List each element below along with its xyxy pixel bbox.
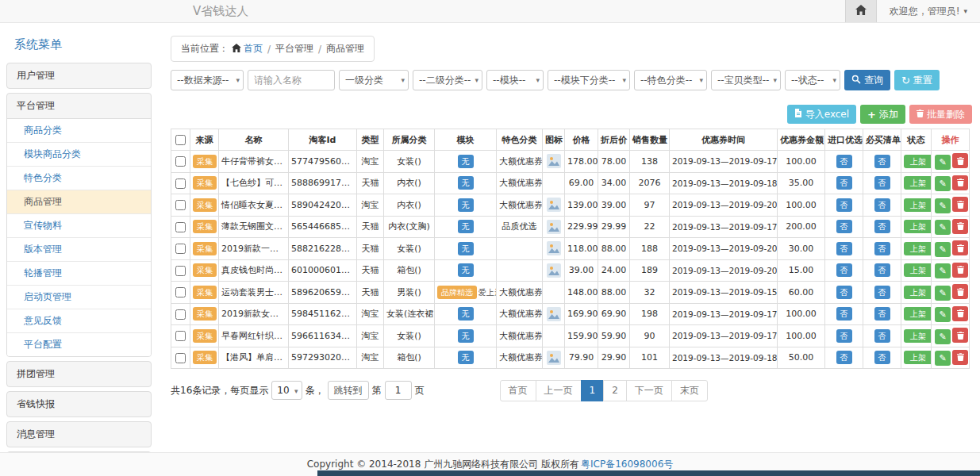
sidebar-item-1[interactable]: 平台管理: [7, 94, 151, 118]
pagination-last[interactable]: 末页: [671, 380, 708, 401]
edit-button[interactable]: ✎: [935, 329, 951, 344]
delete-button[interactable]: [952, 219, 968, 234]
edit-button[interactable]: ✎: [935, 351, 951, 366]
edit-button[interactable]: ✎: [935, 176, 951, 191]
filter-select-feature-category[interactable]: --特色分类--▾: [634, 70, 707, 90]
must-buy-badge[interactable]: 否: [874, 351, 890, 364]
row-checkbox[interactable]: [175, 200, 186, 210]
filter-select-level1-category[interactable]: 一级分类▾: [339, 70, 409, 90]
sidebar-item-0[interactable]: 用户管理: [7, 63, 151, 88]
edit-button[interactable]: ✎: [935, 242, 951, 257]
filter-select-module[interactable]: --模块--▾: [486, 70, 544, 90]
edit-button[interactable]: ✎: [935, 220, 951, 235]
row-checkbox[interactable]: [175, 331, 186, 341]
row-checkbox[interactable]: [175, 178, 186, 189]
sidebar-subitem[interactable]: 意见反馈: [7, 309, 151, 333]
pagination-next[interactable]: 下一页: [626, 380, 672, 401]
import-select-badge[interactable]: 否: [836, 351, 852, 364]
sidebar-subitem[interactable]: 商品管理: [7, 190, 151, 214]
import-select-badge[interactable]: 否: [836, 307, 852, 321]
filter-select-item-type[interactable]: --宝贝类型--▾: [711, 70, 781, 90]
filter-select-data-source[interactable]: --数据来源--▾: [171, 70, 244, 90]
status-badge[interactable]: 上架: [904, 263, 932, 277]
status-badge[interactable]: 上架: [904, 220, 932, 233]
must-buy-badge[interactable]: 否: [874, 329, 890, 343]
import-select-badge[interactable]: 否: [836, 155, 852, 168]
must-buy-badge[interactable]: 否: [874, 242, 890, 255]
delete-button[interactable]: [952, 197, 968, 212]
delete-button[interactable]: [952, 350, 968, 365]
sidebar-subitem[interactable]: 轮播管理: [7, 262, 151, 286]
status-badge[interactable]: 上架: [904, 176, 932, 190]
jump-page-input[interactable]: [385, 381, 412, 400]
status-badge[interactable]: 上架: [904, 242, 932, 255]
add-button[interactable]: + 添加: [860, 105, 905, 124]
must-buy-badge[interactable]: 否: [874, 155, 890, 168]
sidebar-subitem[interactable]: 模块商品分类: [7, 143, 151, 167]
edit-button[interactable]: ✎: [935, 286, 951, 301]
edit-button[interactable]: ✎: [935, 155, 951, 170]
filter-select-module-subcategory[interactable]: --模块下分类--▾: [548, 70, 630, 90]
must-buy-badge[interactable]: 否: [874, 198, 890, 212]
edit-button[interactable]: ✎: [935, 198, 951, 213]
delete-button[interactable]: [952, 306, 968, 321]
delete-button[interactable]: [952, 240, 968, 255]
status-badge[interactable]: 上架: [904, 286, 932, 299]
pagination-prev[interactable]: 上一页: [536, 380, 582, 401]
row-checkbox[interactable]: [175, 156, 186, 167]
home-button[interactable]: [845, 0, 877, 22]
icp-link[interactable]: 粤ICP备16098006号: [581, 458, 673, 471]
reset-button[interactable]: ↻ 重置: [894, 70, 940, 90]
delete-button[interactable]: [952, 175, 968, 190]
status-badge[interactable]: 上架: [904, 155, 932, 168]
sidebar-item-4[interactable]: 消息管理: [7, 422, 151, 447]
sidebar-subitem[interactable]: 商品分类: [7, 119, 151, 143]
status-badge[interactable]: 上架: [904, 329, 932, 343]
row-checkbox[interactable]: [175, 266, 186, 276]
status-badge[interactable]: 上架: [904, 198, 932, 212]
row-checkbox[interactable]: [175, 222, 186, 232]
select-all-checkbox[interactable]: [175, 135, 186, 145]
status-badge[interactable]: 上架: [904, 351, 932, 364]
must-buy-badge[interactable]: 否: [874, 263, 890, 277]
must-buy-badge[interactable]: 否: [874, 176, 890, 190]
sidebar-subitem[interactable]: 特色分类: [7, 167, 151, 190]
import-select-badge[interactable]: 否: [836, 242, 852, 255]
page-size-select[interactable]: 10▾: [271, 381, 302, 400]
must-buy-badge[interactable]: 否: [874, 220, 890, 233]
edit-button[interactable]: ✎: [935, 263, 951, 278]
user-menu[interactable]: 欢迎您，管理员! ▾: [877, 0, 980, 22]
status-badge[interactable]: 上架: [904, 307, 932, 321]
breadcrumb-home-link[interactable]: 首页: [232, 42, 263, 56]
row-checkbox[interactable]: [175, 309, 186, 320]
delete-button[interactable]: [952, 328, 968, 343]
row-checkbox[interactable]: [175, 287, 186, 298]
edit-button[interactable]: ✎: [935, 307, 951, 322]
sidebar-subitem[interactable]: 启动页管理: [7, 286, 151, 309]
pagination-page-2[interactable]: 2: [603, 380, 627, 401]
sidebar-item-2[interactable]: 拼团管理: [7, 362, 151, 386]
batch-delete-button[interactable]: 批量删除: [909, 105, 972, 124]
sidebar-item-3[interactable]: 省钱快报: [7, 392, 151, 416]
row-checkbox[interactable]: [175, 353, 186, 363]
sidebar-subitem[interactable]: 平台配置: [7, 333, 151, 356]
must-buy-badge[interactable]: 否: [874, 307, 890, 321]
pagination-first[interactable]: 首页: [500, 380, 536, 401]
import-select-badge[interactable]: 否: [836, 198, 852, 212]
filter-select-level2-category[interactable]: --二级分类--▾: [413, 70, 482, 90]
delete-button[interactable]: [952, 263, 968, 278]
import-select-badge[interactable]: 否: [836, 220, 852, 233]
sidebar-subitem[interactable]: 版本管理: [7, 238, 151, 262]
import-excel-button[interactable]: 导入excel: [787, 105, 856, 124]
import-select-badge[interactable]: 否: [836, 329, 852, 343]
delete-button[interactable]: [952, 284, 968, 299]
must-buy-badge[interactable]: 否: [874, 286, 890, 299]
import-select-badge[interactable]: 否: [836, 286, 852, 299]
import-select-badge[interactable]: 否: [836, 263, 852, 277]
import-select-badge[interactable]: 否: [836, 176, 852, 190]
search-button[interactable]: 查询: [844, 70, 890, 90]
filter-select-status[interactable]: --状态--▾: [785, 70, 840, 90]
jump-button[interactable]: 跳转到: [328, 381, 369, 400]
delete-button[interactable]: [952, 153, 968, 168]
row-checkbox[interactable]: [175, 244, 186, 254]
